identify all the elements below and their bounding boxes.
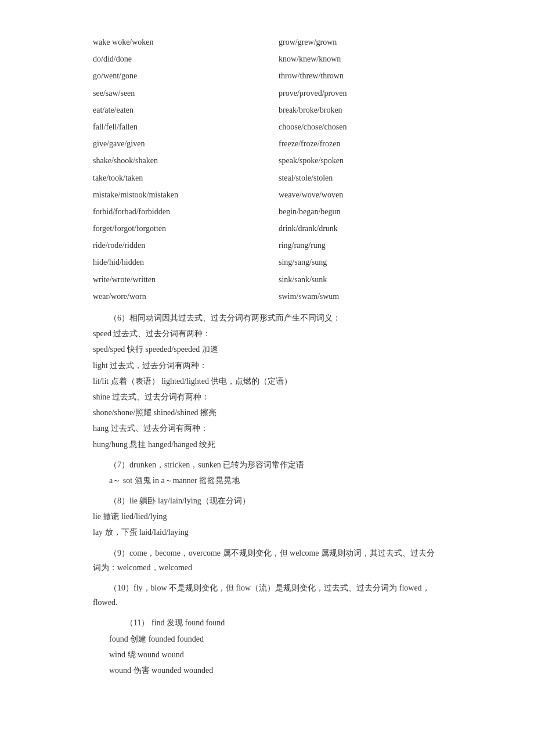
word-pair-row-0: wake woke/woken grow/grew/grown (93, 35, 441, 51)
s11-wound: wound 伤害 wounded wounded (93, 663, 441, 678)
left-word-0: wake woke/woken (93, 35, 267, 49)
section-6: （6）相同动词因其过去式、过去分词有两形式而产生不同词义： speed 过去式、… (93, 311, 441, 452)
left-word-10: forbid/forbad/forbidden (93, 204, 267, 219)
word-pair-row-7: shake/shook/shaken speak/spoke/spoken (93, 153, 441, 169)
light-title: light 过去式，过去分词有两种： (93, 358, 441, 373)
left-word-1: do/did/done (93, 52, 267, 66)
s8-lay: lay 放，下蛋 laid/laid/laying (93, 525, 441, 539)
s11-wind: wind 绕 wound wound (93, 647, 441, 662)
left-word-8: take/took/taken (93, 171, 267, 185)
shine-title: shine 过去式、过去分词有两种： (93, 390, 441, 404)
word-pair-row-5: fall/fell/fallen choose/chose/chosen (93, 120, 441, 135)
word-pair-row-8: take/took/taken steal/stole/stolen (93, 171, 441, 186)
word-pair-row-6: give/gave/given freeze/froze/frozen (93, 136, 441, 152)
right-word-1: know/knew/known (267, 52, 441, 66)
word-pair-row-13: hide/hid/hidden sing/sang/sung (93, 255, 441, 271)
word-pair-row-11: forget/forgot/forgotten drink/drank/drun… (93, 221, 441, 237)
left-word-2: go/went/gone (93, 69, 267, 83)
word-pair-row-9: mistake/mistook/mistaken weave/wove/wove… (93, 188, 441, 203)
right-word-5: choose/chose/chosen (267, 120, 441, 134)
left-word-3: see/saw/seen (93, 86, 267, 100)
left-word-15: wear/wore/worn (93, 289, 267, 304)
section-10: （10）fly，blow 不是规则变化，但 flow（流）是规则变化，过去式、过… (93, 581, 441, 610)
right-word-4: break/broke/broken (267, 103, 441, 117)
section-11: （11） find 发现 found found found 创建 founde… (93, 615, 441, 678)
right-word-0: grow/grew/grown (267, 35, 441, 49)
s11-title: （11） find 发现 found found (93, 615, 441, 630)
hang-forms: hung/hung 悬挂 hanged/hanged 绞死 (93, 437, 441, 452)
speed-forms: sped/sped 快行 speeded/speeded 加速 (93, 342, 441, 357)
s7-example: a～ sot 酒鬼 in a～manner 摇摇晃晃地 (93, 473, 441, 488)
right-word-11: drink/drank/drunk (267, 221, 441, 236)
section-9: （9）come，become，overcome 属不规则变化，但 welcome… (93, 546, 441, 575)
right-word-2: throw/threw/thrown (267, 69, 441, 83)
right-word-14: sink/sank/sunk (267, 272, 441, 287)
left-word-14: write/wrote/written (93, 272, 267, 287)
word-pair-row-10: forbid/forbad/forbidden begin/began/begu… (93, 204, 441, 220)
right-word-7: speak/spoke/spoken (267, 153, 441, 168)
right-word-13: sing/sang/sung (267, 255, 441, 269)
speed-title: speed 过去式、过去分词有两种： (93, 326, 441, 341)
word-pair-row-12: ride/rode/ridden ring/rang/rung (93, 238, 441, 254)
left-word-5: fall/fell/fallen (93, 120, 267, 134)
right-word-15: swim/swam/swum (267, 289, 441, 304)
left-word-4: eat/ate/eaten (93, 103, 267, 117)
right-word-3: prove/proved/proven (267, 86, 441, 100)
right-word-6: freeze/froze/frozen (267, 136, 441, 151)
light-forms: lit/lit 点着（表语） lighted/lighted 供电，点燃的（定语… (93, 374, 441, 388)
section-8: （8）lie 躺卧 lay/lain/lying（现在分词） lie 撒谎 li… (93, 494, 441, 540)
s7-title: （7）drunken，stricken，sunken 已转为形容词常作定语 (93, 458, 441, 472)
word-pair-row-14: write/wrote/written sink/sank/sunk (93, 272, 441, 288)
word-pair-row-4: eat/ate/eaten break/broke/broken (93, 103, 441, 118)
section-7: （7）drunken，stricken，sunken 已转为形容词常作定语 a～… (93, 458, 441, 488)
right-word-9: weave/wove/woven (267, 188, 441, 202)
left-word-9: mistake/mistook/mistaken (93, 188, 267, 202)
s8-title: （8）lie 躺卧 lay/lain/lying（现在分词） (93, 494, 441, 508)
word-pair-row-3: see/saw/seen prove/proved/proven (93, 86, 441, 102)
left-word-12: ride/rode/ridden (93, 238, 267, 253)
left-word-6: give/gave/given (93, 136, 267, 151)
s9-text: （9）come，become，overcome 属不规则变化，但 welcome… (93, 546, 441, 575)
left-word-11: forget/forgot/forgotten (93, 221, 267, 236)
left-word-13: hide/hid/hidden (93, 255, 267, 269)
s10-text: （10）fly，blow 不是规则变化，但 flow（流）是规则变化，过去式、过… (93, 581, 441, 610)
word-pair-row-1: do/did/done know/knew/known (93, 52, 441, 67)
right-word-12: ring/rang/rung (267, 238, 441, 253)
right-word-8: steal/stole/stolen (267, 171, 441, 185)
right-word-10: begin/began/begun (267, 204, 441, 219)
s11-found: found 创建 founded founded (93, 632, 441, 646)
s8-lie: lie 撒谎 lied/lied/lying (93, 509, 441, 524)
word-pair-row-2: go/went/gone throw/threw/thrown (93, 69, 441, 84)
hang-title: hang 过去式、过去分词有两种： (93, 421, 441, 435)
word-pair-row-15: wear/wore/worn swim/swam/swum (93, 289, 441, 305)
shine-forms: shone/shone/照耀 shined/shined 擦亮 (93, 405, 441, 420)
left-word-7: shake/shook/shaken (93, 153, 267, 168)
s6-title: （6）相同动词因其过去式、过去分词有两形式而产生不同词义： (93, 311, 441, 325)
word-pairs-container: wake woke/woken grow/grew/grown do/did/d… (93, 35, 441, 305)
